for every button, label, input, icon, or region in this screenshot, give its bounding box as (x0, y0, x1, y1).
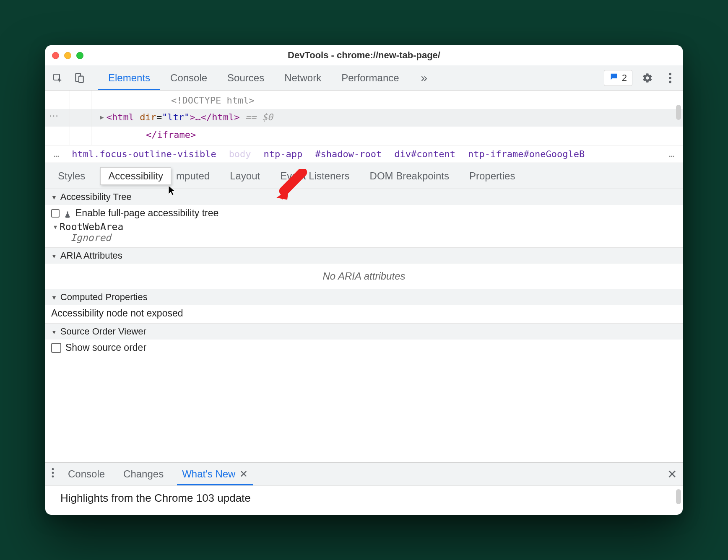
drawer-tab-console[interactable]: Console (63, 463, 110, 485)
tab-layout[interactable]: Layout (221, 163, 268, 189)
drawer-tab-whats-new[interactable]: What's New ✕ (177, 463, 253, 485)
drawer-body: Highlights from the Chrome 103 update (45, 486, 683, 515)
tab-event-listeners[interactable]: Event Listeners (272, 163, 358, 189)
section-header[interactable]: ▼ Accessibility Tree (45, 189, 683, 205)
window-zoom-button[interactable] (76, 52, 83, 59)
dom-tree[interactable]: … <!DOCTYPE html> ▶<html dir="ltr">…</ht… (45, 91, 683, 145)
checkbox[interactable] (51, 209, 60, 218)
kebab-menu-icon[interactable] (663, 70, 678, 86)
drawer-tab-changes[interactable]: Changes (118, 463, 169, 485)
cursor-pointer-icon (168, 185, 176, 198)
computed-message: Accessibility node not exposed (45, 305, 683, 323)
tab-dom-breakpoints[interactable]: DOM Breakpoints (361, 163, 458, 189)
more-tabs-icon[interactable]: » (421, 71, 428, 85)
drawer-tab-label: What's New (182, 468, 235, 480)
scroll-thumb[interactable] (676, 489, 681, 504)
breadcrumb-overflow-right-icon[interactable]: … (669, 149, 674, 159)
breadcrumb-item[interactable]: ntp-iframe#oneGoogleB (468, 149, 585, 159)
svg-point-5 (669, 80, 671, 83)
section-computed-properties: ▼ Computed Properties Accessibility node… (45, 289, 683, 324)
drawer-menu-icon[interactable] (51, 468, 55, 480)
window-title: DevTools - chrome://new-tab-page/ (45, 50, 683, 61)
drawer-tabbar: Console Changes What's New ✕ ✕ (45, 462, 683, 486)
section-header[interactable]: ▼ Source Order Viewer (45, 324, 683, 340)
tree-root-row[interactable]: ▾ RootWebArea (51, 221, 677, 232)
dom-line[interactable]: </iframe> (100, 127, 677, 143)
tab-styles[interactable]: Styles (49, 163, 94, 189)
section-title: Source Order Viewer (60, 326, 146, 337)
disclosure-triangle-icon: ▼ (51, 194, 57, 201)
tab-network[interactable]: Network (274, 65, 331, 90)
section-source-order: ▼ Source Order Viewer Show source order (45, 324, 683, 358)
titlebar: DevTools - chrome://new-tab-page/ (45, 45, 683, 65)
tab-elements[interactable]: Elements (98, 65, 160, 90)
show-source-order-row[interactable]: Show source order (51, 342, 677, 353)
tree-ignored-label: Ignored (70, 232, 111, 243)
section-header[interactable]: ▼ Computed Properties (45, 289, 683, 305)
tree-ignored-row[interactable]: Ignored (51, 232, 677, 243)
main-tabs: Elements Console Sources Network Perform… (98, 65, 409, 90)
devtools-window: DevTools - chrome://new-tab-page/ Elemen… (45, 45, 683, 515)
breadcrumb-item[interactable]: body (229, 149, 251, 159)
traffic-lights (52, 52, 83, 59)
tree-root-label: RootWebArea (60, 221, 123, 232)
svg-rect-2 (79, 76, 83, 82)
svg-point-4 (669, 77, 671, 79)
window-close-button[interactable] (52, 52, 59, 59)
issues-icon (609, 72, 619, 84)
dom-line-selected[interactable]: ▶<html dir="ltr">…</html> == $0 (45, 109, 683, 127)
svg-point-6 (52, 468, 54, 470)
window-minimize-button[interactable] (64, 52, 71, 59)
device-toggle-icon[interactable] (72, 71, 86, 85)
dom-line[interactable]: <!DOCTYPE html> (100, 92, 677, 109)
issues-chip[interactable]: 2 (604, 70, 632, 86)
no-aria-message: No ARIA attributes (45, 264, 683, 289)
svg-point-7 (52, 472, 54, 474)
tab-accessibility-dragged[interactable]: Accessibility (100, 167, 171, 185)
whats-new-headline: Highlights from the Chrome 103 update (60, 492, 251, 504)
section-title: ARIA Attributes (60, 250, 122, 261)
breadcrumb-overflow-left-icon[interactable]: … (54, 149, 59, 159)
scroll-thumb[interactable] (676, 105, 681, 120)
chevron-down-icon: ▾ (54, 223, 57, 231)
section-accessibility-tree: ▼ Accessibility Tree Enable full-page ac… (45, 189, 683, 248)
section-title: Accessibility Tree (60, 192, 132, 202)
enable-full-page-label: Enable full-page accessibility tree (75, 207, 218, 219)
main-toolbar: Elements Console Sources Network Perform… (45, 65, 683, 91)
flask-icon (64, 210, 71, 217)
breadcrumb-item[interactable]: div#content (394, 149, 455, 159)
breadcrumb-item[interactable]: html.focus-outline-visible (72, 149, 216, 159)
tab-sources[interactable]: Sources (217, 65, 274, 90)
disclosure-triangle-icon: ▼ (51, 294, 57, 301)
tab-properties[interactable]: Properties (461, 163, 523, 189)
tab-performance[interactable]: Performance (331, 65, 409, 90)
dom-ellipsis-icon[interactable]: … (49, 107, 60, 119)
sidebar-tabs: Styles Accessibility mputed Layout Event… (45, 163, 683, 189)
svg-point-3 (669, 73, 671, 75)
section-header[interactable]: ▼ ARIA Attributes (45, 248, 683, 264)
disclosure-triangle-icon: ▼ (51, 253, 57, 259)
show-source-order-label: Show source order (65, 342, 146, 353)
section-aria-attributes: ▼ ARIA Attributes No ARIA attributes (45, 248, 683, 289)
breadcrumb-item[interactable]: #shadow-root (315, 149, 382, 159)
disclosure-triangle-icon: ▼ (51, 329, 57, 335)
tab-accessibility-label: Accessibility (108, 170, 163, 182)
issues-count: 2 (622, 73, 627, 83)
tab-console[interactable]: Console (160, 65, 217, 90)
breadcrumb: … html.focus-outline-visible body ntp-ap… (45, 145, 683, 163)
settings-icon[interactable] (640, 70, 655, 86)
checkbox[interactable] (51, 343, 61, 353)
close-tab-icon[interactable]: ✕ (239, 468, 248, 480)
drawer-close-icon[interactable]: ✕ (667, 467, 677, 481)
enable-full-page-row[interactable]: Enable full-page accessibility tree (51, 207, 677, 219)
breadcrumb-item[interactable]: ntp-app (264, 149, 303, 159)
inspect-element-icon[interactable] (50, 71, 65, 85)
section-title: Computed Properties (60, 292, 148, 303)
svg-point-8 (52, 475, 54, 477)
